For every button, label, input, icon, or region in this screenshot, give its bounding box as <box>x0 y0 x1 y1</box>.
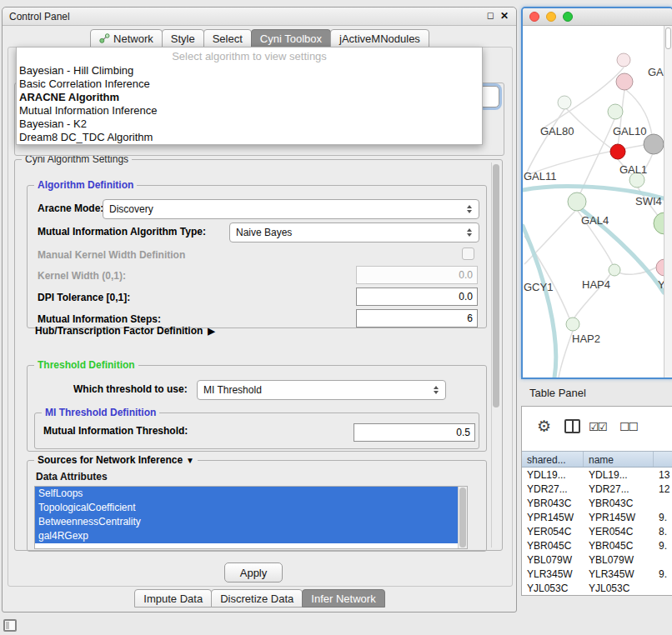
algorithm-option[interactable]: Basic Correlation Inference <box>17 78 482 91</box>
mi-algorithm-type-select[interactable]: Naive Bayes <box>229 222 479 242</box>
aracne-mode-select[interactable]: Discovery <box>103 199 479 219</box>
apply-button[interactable]: Apply <box>224 562 283 582</box>
algorithm-option[interactable]: Bayesian - Hill Climbing <box>17 64 482 78</box>
select-all-columns-icon[interactable]: ☑☑ <box>589 420 606 433</box>
show-columns-icon[interactable] <box>564 419 580 433</box>
table-row[interactable]: YLR345WYLR345W9. <box>522 567 672 581</box>
settings-scrollbar-thumb[interactable] <box>493 164 499 408</box>
kernel-width-field[interactable]: 0.0 <box>356 266 478 284</box>
column-header[interactable]: shared... <box>522 452 584 467</box>
network-node[interactable] <box>568 192 586 211</box>
table-row[interactable]: YBR045CYBR045C9. <box>522 538 672 552</box>
table-row[interactable]: YJL053CYJL053C <box>522 581 672 595</box>
attribute-item[interactable]: BetweennessCentrality <box>35 515 459 529</box>
float-window-icon[interactable]: ◻ <box>487 10 494 21</box>
minimized-panel-icon[interactable] <box>3 619 17 632</box>
table-row[interactable]: YBR043CYBR043C <box>522 496 672 510</box>
tab-impute-data[interactable]: Impute Data <box>134 589 212 608</box>
attributes-scrollbar[interactable] <box>458 487 467 548</box>
tab-discretize-data[interactable]: Discretize Data <box>211 589 303 608</box>
network-scrollbar-thumb[interactable] <box>665 28 671 49</box>
network-node[interactable] <box>609 264 620 276</box>
network-icon <box>99 33 110 43</box>
node-label: HAP2 <box>572 332 600 345</box>
node-label: GAL11 <box>524 170 557 182</box>
column-header[interactable] <box>654 452 672 467</box>
algorithm-option[interactable]: Dream8 DC_TDC Algorithm <box>17 131 482 144</box>
network-edge <box>559 331 573 378</box>
gear-icon[interactable]: ⚙ <box>537 417 551 436</box>
tab-jactivemnodules[interactable]: jActiveMNodules <box>330 29 429 48</box>
tab-infer-network[interactable]: Infer Network <box>302 589 384 608</box>
dpi-tolerance-field[interactable]: 0.0 <box>356 288 478 306</box>
tab-select[interactable]: Select <box>203 29 252 48</box>
hub-definition-section[interactable]: Hub/Transcription Factor Definition ▶ <box>35 325 215 337</box>
column-header[interactable]: name <box>584 452 654 467</box>
network-window-titlebar[interactable] <box>523 8 672 26</box>
settings-scrollbar[interactable] <box>491 162 500 548</box>
table-row[interactable]: YPR145WYPR145W9. <box>522 510 672 524</box>
network-node[interactable] <box>617 53 630 67</box>
network-node[interactable] <box>644 134 664 154</box>
network-node[interactable] <box>566 318 579 331</box>
tab-network[interactable]: Network <box>90 29 163 48</box>
algorithm-dropdown[interactable]: Select algorithm to view settings Bayesi… <box>16 47 483 145</box>
table-cell: YER054C <box>584 524 654 538</box>
panel-title: Control Panel <box>9 11 70 22</box>
tab-label: Cyni Toolbox <box>260 32 322 45</box>
table-cell: YLR345W <box>522 567 584 581</box>
network-canvas-area[interactable]: GAL80GAL10GAL11GAL1SWI4GAL4GCY1HAP4HAP2G… <box>523 26 672 378</box>
mi-type-value: Naive Bayes <box>236 227 292 238</box>
tab-label: Network <box>113 32 153 45</box>
table-row[interactable]: YDL19...YDL19...13 <box>522 468 672 482</box>
zoom-traffic-light-icon[interactable] <box>563 12 573 22</box>
network-canvas[interactable]: GAL80GAL10GAL11GAL1SWI4GAL4GCY1HAP4HAP2G… <box>523 26 664 378</box>
table-cell: 8. <box>654 524 672 538</box>
minimize-traffic-light-icon[interactable] <box>546 12 556 22</box>
table-cell: YLR345W <box>584 567 654 581</box>
control-panel-window: Control Panel ◻ ✕ NetworkStyleSelectCyni… <box>2 7 517 612</box>
close-panel-icon[interactable]: ✕ <box>500 10 509 22</box>
sources-group-title[interactable]: Sources for Network Inference ▼ <box>34 454 198 466</box>
attribute-item[interactable]: gal4RGexp <box>35 529 459 543</box>
table-cell: YER054C <box>522 524 584 538</box>
data-attributes-label: Data Attributes <box>36 471 108 482</box>
node-label: GAL80 <box>540 125 574 138</box>
network-node[interactable] <box>616 73 633 90</box>
node-label: GAL10 <box>613 125 646 138</box>
threshold-definition-group: Threshold Definition Which threshold to … <box>27 365 487 452</box>
table-row[interactable]: YDR27...YDR27...12 <box>522 482 672 496</box>
table-row[interactable]: YER054CYER054C8. <box>522 524 672 538</box>
network-node[interactable] <box>610 144 625 159</box>
mi-threshold-field[interactable]: 0.5 <box>354 423 475 442</box>
dpi-tolerance-label: DPI Tolerance [0,1]: <box>38 292 130 303</box>
network-node[interactable] <box>558 96 571 109</box>
tab-label: Style <box>171 32 195 45</box>
which-threshold-select[interactable]: MI Threshold <box>197 380 446 400</box>
manual-kernel-checkbox[interactable] <box>462 248 474 260</box>
algorithm-option[interactable]: ARACNE Algorithm <box>17 91 482 104</box>
data-attributes-list[interactable]: SelfLoopsTopologicalCoefficientBetweenne… <box>34 486 468 549</box>
attribute-item[interactable]: TopologicalCoefficient <box>35 501 459 515</box>
table-row[interactable]: YBL079WYBL079W <box>522 552 672 567</box>
tab-cyni-toolbox[interactable]: Cyni Toolbox <box>251 29 331 48</box>
attribute-item[interactable]: SelfLoops <box>35 487 459 501</box>
network-node[interactable] <box>654 212 664 234</box>
close-traffic-light-icon[interactable] <box>529 12 539 22</box>
stepper-arrows-icon <box>464 205 475 213</box>
attributes-scrollbar-thumb[interactable] <box>459 488 466 548</box>
mi-steps-field[interactable]: 6 <box>356 309 478 328</box>
network-node[interactable] <box>656 259 664 276</box>
algorithm-option[interactable]: Mutual Information Inference <box>17 104 482 118</box>
table-cell <box>654 496 672 510</box>
control-panel-titlebar[interactable]: Control Panel ◻ ✕ <box>3 8 516 26</box>
which-threshold-value: MI Threshold <box>203 384 262 396</box>
unselect-all-columns-icon[interactable]: ☐☐ <box>619 420 637 433</box>
tab-style[interactable]: Style <box>162 29 204 48</box>
network-vertical-scrollbar[interactable] <box>664 26 672 378</box>
algorithm-option[interactable]: Bayesian - K2 <box>17 118 482 131</box>
network-node[interactable] <box>608 104 623 119</box>
table-header-row[interactable]: shared...name <box>522 451 672 468</box>
table-cell: YPR145W <box>584 510 654 524</box>
table-cell <box>654 552 672 567</box>
